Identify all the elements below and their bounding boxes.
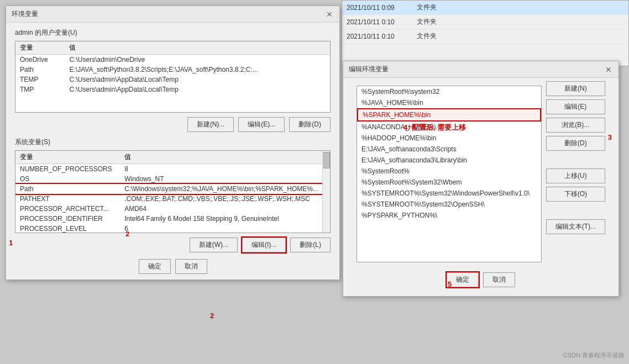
step3-label: 3 <box>608 133 612 141</box>
watermark: CSDN 青春程序不述路 <box>563 351 625 360</box>
var-name: NUMBER_OF_PROCESSORS <box>15 164 120 175</box>
var-name: PROCESSOR_LEVEL <box>15 224 120 233</box>
var-name: Path <box>15 184 120 194</box>
var-name: TEMP <box>15 75 65 85</box>
var-value: AMD64 <box>120 204 330 214</box>
var-value: Intel64 Family 6 Model 158 Stepping 9, G… <box>120 214 330 224</box>
explorer-date: 2021/10/11 0:10 <box>347 33 395 40</box>
list-item[interactable]: %SYSTEMROOT%\System32\OpenSSH\ <box>357 199 541 210</box>
dialog-titlebar: 环境变量 ✕ <box>6 6 339 23</box>
browse-button[interactable]: 浏览(B)... <box>546 118 605 133</box>
explorer-type: 文件夹 <box>417 3 437 12</box>
list-item[interactable]: %SYSTEMROOT%\System32\WindowsPowerShell\… <box>357 188 541 199</box>
edit-dialog-titlebar: 编辑环境变量 ✕ <box>343 61 618 78</box>
env-variables-dialog: 环境变量 ✕ admin 的用户变量(U) 变量 值 OneDriveC:\Us… <box>6 6 340 280</box>
step2-container: 2 <box>210 312 214 320</box>
step2-label: 2 <box>210 312 214 320</box>
list-item[interactable]: %SystemRoot%\system32 <box>357 86 541 97</box>
sys-new-button[interactable]: 新建(W)... <box>190 238 238 252</box>
table-row[interactable]: OSWindows_NT <box>15 174 330 184</box>
table-row[interactable]: PROCESSOR_IDENTIFIERIntel64 Family 6 Mod… <box>15 214 330 224</box>
var-value: C:\Windows\system32;%JAVA_HOME%\bin;%SPA… <box>120 184 330 194</box>
var-value: Windows_NT <box>120 174 330 184</box>
user-delete-button[interactable]: 删除(D) <box>289 117 331 132</box>
list-item[interactable]: %PYSPARK_PYTHON%\ <box>357 210 541 221</box>
edit-text-button[interactable]: 编辑文本(T)... <box>546 219 605 234</box>
table-row[interactable]: PathE:\JAVA_soft\Python3.8.2\Scripts;E:\… <box>15 65 330 75</box>
edit-list-container[interactable]: %SystemRoot%\system32%JAVA_HOME%\bin%SPA… <box>357 86 542 262</box>
dialog-body: admin 的用户变量(U) 变量 值 OneDriveC:\Users\adm… <box>6 23 339 279</box>
close-button[interactable]: ✕ <box>325 10 334 19</box>
ok-button[interactable]: 确定 <box>139 259 171 274</box>
sys-vars-table-container: 变量 值 NUMBER_OF_PROCESSORS8OSWindows_NTPa… <box>15 150 331 233</box>
dialog-title: 环境变量 <box>12 9 38 19</box>
explorer-row: 2021/10/11 0:09 文件夹 <box>342 1 628 15</box>
list-item[interactable]: %SystemRoot%\System32\Wbem <box>357 177 541 188</box>
edit-env-dialog: 编辑环境变量 ✕ 3 %SystemRoot%\system32%JAVA_HO… <box>343 61 619 297</box>
col-var-header: 变量 <box>15 41 65 55</box>
step2-label: 2 <box>125 230 129 238</box>
table-header-row: 变量 值 <box>15 41 330 55</box>
step4-annotation: 4: 配置后, 需要上移 <box>403 123 466 133</box>
var-value: .COM;.EXE;.BAT;.CMD;.VBS;.VBE;.JS;.JSE;.… <box>120 194 330 204</box>
var-value: C:\Users\admin\AppData\Local\Temp <box>65 75 330 85</box>
var-name: PATHEXT <box>15 194 120 204</box>
var-value: C:\Users\admin\AppData\Local\Temp <box>65 85 330 94</box>
col-val-header: 值 <box>65 41 330 55</box>
var-name: OS <box>15 174 120 184</box>
explorer-date: 2021/10/11 0:10 <box>347 18 395 26</box>
var-name: TMP <box>15 85 65 94</box>
file-explorer-background: 2021/10/11 0:09 文件夹 2021/10/11 0:10 文件夹 … <box>342 0 629 66</box>
explorer-row: 2021/10/11 0:10 文件夹 <box>342 29 628 44</box>
edit-list-wrapper: %SystemRoot%\system32%JAVA_HOME%\bin%SPA… <box>357 81 542 267</box>
sys-edit-button[interactable]: 编辑(I)... <box>242 238 286 252</box>
list-item[interactable]: E:\JAVA_soft\anaconda3\Library\bin <box>357 155 541 166</box>
edit-cancel-button[interactable]: 取消 <box>483 272 515 287</box>
step5-label: 5 <box>448 280 452 288</box>
sys-section-label: 系统变量(S) <box>15 138 331 147</box>
user-vars-table-container: 变量 值 OneDriveC:\Users\admin\OneDrivePath… <box>15 41 331 113</box>
sys-btn-row: 新建(W)... 编辑(I)... 删除(L) <box>15 238 331 252</box>
user-edit-button[interactable]: 编辑(E)... <box>238 117 285 132</box>
cancel-button[interactable]: 取消 <box>175 259 207 274</box>
table-row[interactable]: PROCESSOR_LEVEL6 <box>15 224 330 233</box>
table-row[interactable]: TEMPC:\Users\admin\AppData\Local\Temp <box>15 75 330 85</box>
var-name: OneDrive <box>15 55 65 65</box>
var-value: 6 <box>120 224 330 233</box>
table-row[interactable]: OneDriveC:\Users\admin\OneDrive <box>15 55 330 65</box>
new-button[interactable]: 新建(N) <box>546 81 605 96</box>
sys-delete-button[interactable]: 删除(L) <box>290 238 331 252</box>
table-row[interactable]: TMPC:\Users\admin\AppData\Local\Temp <box>15 85 330 94</box>
scrollbar-track[interactable] <box>322 151 330 233</box>
table-row[interactable]: PathC:\Windows\system32;%JAVA_HOME%\bin;… <box>15 184 330 194</box>
edit-confirm-row: 确定 取消 <box>350 267 612 293</box>
move-down-button[interactable]: 下移(O) <box>546 187 605 202</box>
list-item[interactable]: %HADOOP_HOME%\bin <box>357 133 541 144</box>
edit-button[interactable]: 编辑(E) <box>546 99 605 114</box>
var-name: PROCESSOR_IDENTIFIER <box>15 214 120 224</box>
user-btn-row: 新建(N)... 编辑(E)... 删除(D) <box>15 117 331 132</box>
edit-close-button[interactable]: ✕ <box>604 65 613 74</box>
edit-dialog-body: 3 %SystemRoot%\system32%JAVA_HOME%\bin%S… <box>343 78 618 296</box>
user-section-label: admin 的用户变量(U) <box>15 28 331 38</box>
var-name: Path <box>15 65 65 75</box>
list-item[interactable]: %JAVA_HOME%\bin <box>357 97 541 108</box>
var-name: PROCESSOR_ARCHITECT... <box>15 204 120 214</box>
step1-label: 1 <box>9 239 13 247</box>
move-up-button[interactable]: 上移(U) <box>546 168 605 183</box>
edit-layout: %SystemRoot%\system32%JAVA_HOME%\bin%SPA… <box>350 81 612 267</box>
explorer-row: 2021/10/11 0:10 文件夹 <box>342 15 628 29</box>
list-item[interactable]: %SPARK_HOME%\bin <box>357 108 541 122</box>
table-row[interactable]: PROCESSOR_ARCHITECT...AMD64 <box>15 204 330 214</box>
user-new-button[interactable]: 新建(N)... <box>187 117 234 132</box>
edit-btn-column: 新建(N) 编辑(E) 浏览(B)... 删除(D) 上移(U) 下移(O) 编… <box>546 81 605 267</box>
list-item[interactable]: %SystemRoot% <box>357 166 541 177</box>
table-row[interactable]: PATHEXT.COM;.EXE;.BAT;.CMD;.VBS;.VBE;.JS… <box>15 194 330 204</box>
table-row[interactable]: NUMBER_OF_PROCESSORS8 <box>15 164 330 175</box>
sys-vars-table: 变量 值 NUMBER_OF_PROCESSORS8OSWindows_NTPa… <box>15 151 330 233</box>
col-var-header: 变量 <box>15 151 120 164</box>
var-value: 8 <box>120 164 330 175</box>
explorer-type: 文件夹 <box>417 31 437 41</box>
delete-button[interactable]: 删除(D) <box>546 136 605 151</box>
list-item[interactable]: E:\JAVA_soft\anaconda3\Scripts <box>357 144 541 155</box>
